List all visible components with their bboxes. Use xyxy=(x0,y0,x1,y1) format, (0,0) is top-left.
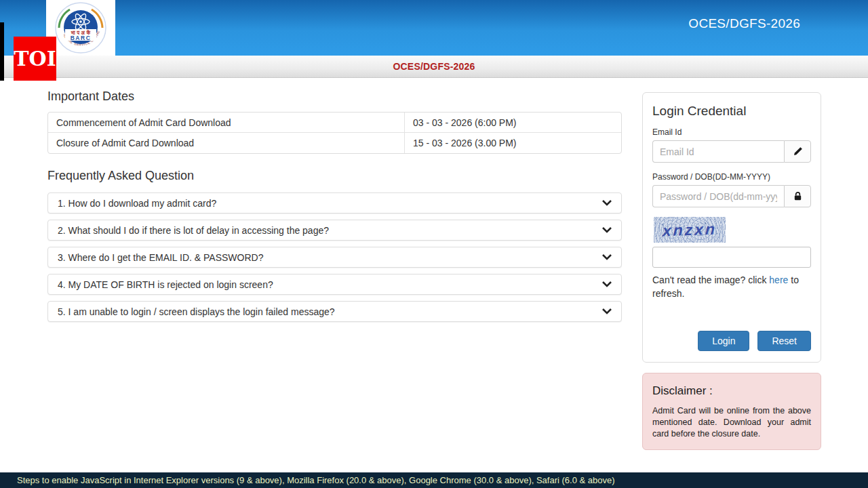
chevron-down-icon xyxy=(602,281,612,287)
footer-bar: Steps to enable JavaScript in Internet E… xyxy=(0,472,868,488)
date-row-label: Closure of Admit Card Download xyxy=(48,133,404,153)
subheader-title: OCES/DGFS-2026 xyxy=(393,61,475,72)
barc-emblem-icon: IN THE SERVICE OF THE NATION भा प अ कें … xyxy=(54,1,108,54)
password-field[interactable] xyxy=(652,185,784,207)
faq-item-label: 4. My DATE OF BIRTH is rejected on login… xyxy=(58,279,273,290)
page-title: OCES/DGFS-2026 xyxy=(688,16,800,31)
faq-item-label: 2. What should I do if there is lot of d… xyxy=(58,225,329,236)
pencil-icon xyxy=(784,140,811,163)
lock-icon xyxy=(784,185,811,207)
disclaimer-body: Admit Card will be online from the above… xyxy=(652,405,811,441)
login-panel: Login Credential Email Id Password / DOB… xyxy=(642,92,821,363)
faq-item-2[interactable]: 2. What should I do if there is lot of d… xyxy=(47,220,622,241)
faq-item-1[interactable]: 1. How do I download my admit card? xyxy=(47,192,622,214)
right-column: Login Credential Email Id Password / DOB… xyxy=(642,92,821,450)
date-row-value: 03 - 03 - 2026 (6:00 PM) xyxy=(404,113,621,133)
chevron-down-icon xyxy=(602,200,612,206)
toi-strip xyxy=(0,22,4,81)
disclaimer-panel: Disclaimer : Admit Card will be online f… xyxy=(642,373,821,451)
faq-item-4[interactable]: 4. My DATE OF BIRTH is rejected on login… xyxy=(47,274,622,295)
faq-item-3[interactable]: 3. Where do I get the EMAIL ID. & PASSWO… xyxy=(47,247,622,268)
refresh-text-pre: Can't read the image? click xyxy=(652,274,769,285)
chevron-down-icon xyxy=(602,227,612,233)
email-input-group xyxy=(652,140,811,163)
left-column: Important Dates Commencement of Admit Ca… xyxy=(47,89,622,328)
barc-logo: IN THE SERVICE OF THE NATION भा प अ कें … xyxy=(46,0,115,56)
chevron-down-icon xyxy=(602,254,612,260)
footer-text: Steps to enable JavaScript in Internet E… xyxy=(17,475,615,485)
captcha-text: xnzxn xyxy=(662,220,717,240)
captcha-refresh-text: Can't read the image? click here to refr… xyxy=(652,273,811,301)
date-row-label: Commencement of Admit Card Download xyxy=(48,113,404,133)
captcha-image: xnzxn xyxy=(654,217,726,243)
date-row-value: 15 - 03 - 2026 (3.00 PM) xyxy=(404,133,621,153)
toi-logo: TOI xyxy=(14,37,56,81)
email-field[interactable] xyxy=(652,140,784,163)
disclaimer-heading: Disclaimer : xyxy=(652,384,811,398)
svg-text:BARC: BARC xyxy=(71,35,92,41)
login-button[interactable]: Login xyxy=(698,331,749,351)
main-content: Important Dates Commencement of Admit Ca… xyxy=(0,78,868,472)
reset-button[interactable]: Reset xyxy=(757,331,811,351)
password-input-group xyxy=(652,185,811,207)
toi-logo-text: TOI xyxy=(14,47,56,70)
login-heading: Login Credential xyxy=(652,104,811,119)
important-dates-heading: Important Dates xyxy=(47,89,622,104)
table-row: Closure of Admit Card Download 15 - 03 -… xyxy=(48,133,621,153)
faq-heading: Frequently Asked Question xyxy=(47,169,622,183)
faq-item-label: 1. How do I download my admit card? xyxy=(58,198,216,209)
important-dates-table: Commencement of Admit Card Download 03 -… xyxy=(47,112,622,154)
email-label: Email Id xyxy=(652,127,811,137)
password-label: Password / DOB(DD-MM-YYYY) xyxy=(652,172,811,182)
chevron-down-icon xyxy=(602,308,612,314)
refresh-link[interactable]: here xyxy=(769,274,788,285)
faq-item-5[interactable]: 5. I am unable to login / screen display… xyxy=(47,301,622,322)
faq-item-label: 5. I am unable to login / screen display… xyxy=(58,306,335,317)
captcha-input[interactable] xyxy=(652,247,811,268)
login-buttons-row: Login Reset xyxy=(652,331,811,351)
page-header: IN THE SERVICE OF THE NATION भा प अ कें … xyxy=(0,0,868,56)
table-row: Commencement of Admit Card Download 03 -… xyxy=(48,113,621,133)
faq-item-label: 3. Where do I get the EMAIL ID. & PASSWO… xyxy=(58,252,263,263)
subheader-bar: OCES/DGFS-2026 xyxy=(0,56,868,78)
